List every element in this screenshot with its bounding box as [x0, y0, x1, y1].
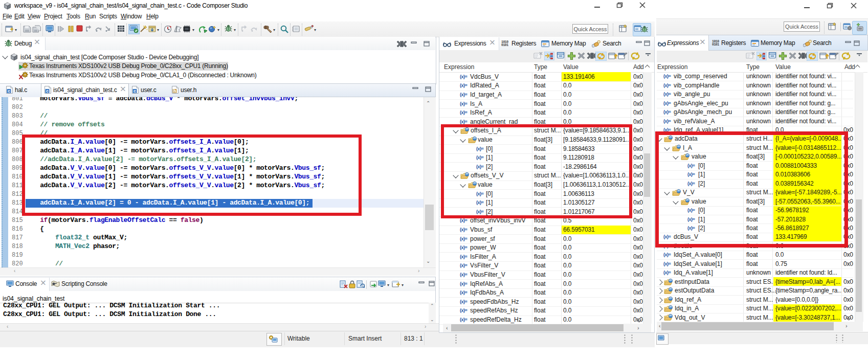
svg-text:c: c: [8, 88, 10, 94]
svg-text:h: h: [173, 88, 176, 94]
svg-text:c: c: [46, 88, 49, 94]
svg-text:c: c: [133, 88, 136, 94]
